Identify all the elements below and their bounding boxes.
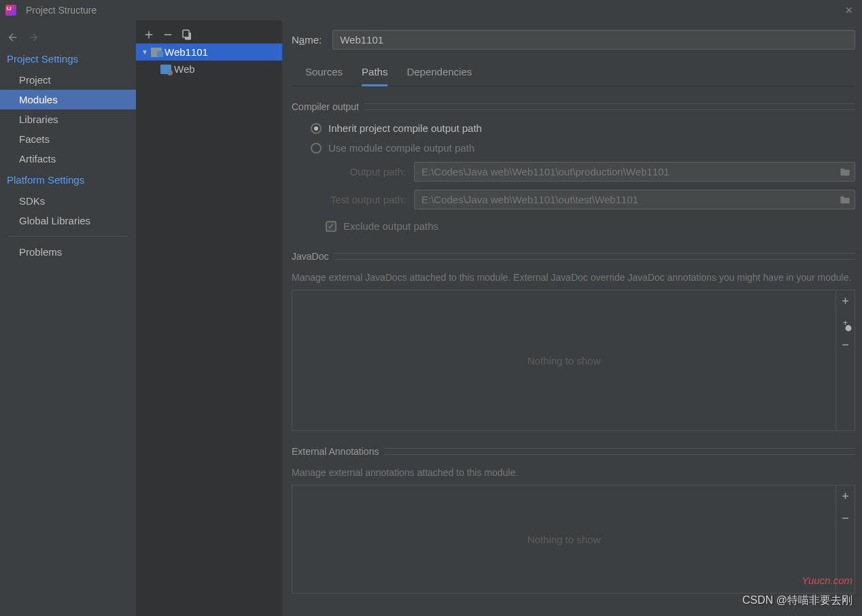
add-icon[interactable] xyxy=(143,29,155,41)
radio-module[interactable]: Use module compile output path xyxy=(292,138,855,158)
back-icon[interactable] xyxy=(7,31,19,44)
nav-facets[interactable]: Facets xyxy=(0,129,136,149)
remove-icon[interactable]: − xyxy=(836,334,855,356)
compiler-section: Compiler output xyxy=(292,86,855,110)
name-label: Name: xyxy=(292,34,322,46)
annotations-desc: Manage external annotations attached to … xyxy=(292,463,855,482)
browse-icon[interactable] xyxy=(835,190,855,209)
exclude-checkbox-row[interactable]: Exclude output paths xyxy=(292,213,855,236)
svg-rect-1 xyxy=(183,30,189,37)
annotations-section: External Annotations xyxy=(292,431,855,455)
output-path-input[interactable] xyxy=(415,162,835,181)
tab-dependencies[interactable]: Dependencies xyxy=(407,62,472,86)
copy-icon[interactable] xyxy=(181,29,193,41)
tab-sources[interactable]: Sources xyxy=(305,62,343,86)
javadoc-desc: Manage external JavaDocs attached to thi… xyxy=(292,268,855,287)
tree-facet-label: Web xyxy=(174,63,195,75)
empty-text: Nothing to show xyxy=(292,485,835,593)
nav-problems[interactable]: Problems xyxy=(0,242,136,262)
nav-project[interactable]: Project xyxy=(0,70,136,90)
nav-sdks[interactable]: SDKs xyxy=(0,191,136,211)
sidebar: Project Settings Project Modules Librari… xyxy=(0,20,136,616)
add-url-icon[interactable]: +⬤ xyxy=(836,312,855,334)
section-platform-settings: Platform Settings xyxy=(0,169,136,191)
empty-text: Nothing to show xyxy=(292,290,835,430)
tree-facet[interactable]: Web xyxy=(136,61,282,78)
browse-icon[interactable] xyxy=(835,162,855,181)
nav-global-libraries[interactable]: Global Libraries xyxy=(0,211,136,230)
remove-icon[interactable]: − xyxy=(836,507,855,529)
forward-icon xyxy=(27,31,39,44)
javadoc-list: Nothing to show + +⬤ − xyxy=(292,290,855,431)
titlebar: Project Structure × xyxy=(0,0,862,20)
web-icon xyxy=(160,65,171,74)
tree-module-label: Web1101 xyxy=(165,46,208,58)
add-icon[interactable]: + xyxy=(836,485,855,507)
tree-module[interactable]: ▼ Web1101 xyxy=(136,44,282,61)
annotations-list: Nothing to show + − xyxy=(292,485,855,594)
javadoc-section: JavaDoc xyxy=(292,236,855,260)
output-label: Output path: xyxy=(311,166,406,177)
nav-modules[interactable]: Modules xyxy=(0,90,136,109)
nav-libraries[interactable]: Libraries xyxy=(0,109,136,129)
app-icon xyxy=(5,5,16,16)
window-title: Project Structure xyxy=(26,5,97,16)
nav-artifacts[interactable]: Artifacts xyxy=(0,149,136,169)
content: Name: Sources Paths Dependencies Compile… xyxy=(282,20,862,616)
tab-paths[interactable]: Paths xyxy=(362,62,387,86)
module-icon xyxy=(151,48,162,57)
remove-icon[interactable] xyxy=(162,29,174,41)
test-output-path-input[interactable] xyxy=(415,190,835,209)
section-project-settings: Project Settings xyxy=(0,48,136,70)
close-icon[interactable]: × xyxy=(841,3,857,18)
checkbox-icon[interactable] xyxy=(326,221,337,232)
name-input[interactable] xyxy=(332,30,855,50)
tabs: Sources Paths Dependencies xyxy=(292,62,855,86)
radio-icon[interactable] xyxy=(311,143,322,154)
watermark: Yuucn.com xyxy=(802,575,852,586)
separator xyxy=(8,236,128,237)
watermark: CSDN @特喵非要去刚 xyxy=(742,594,852,608)
radio-inherit[interactable]: Inherit project compile output path xyxy=(292,118,855,138)
radio-icon[interactable] xyxy=(311,123,322,134)
expand-icon[interactable]: ▼ xyxy=(141,48,148,56)
module-tree: ▼ Web1101 Web xyxy=(136,20,282,616)
add-icon[interactable]: + xyxy=(836,290,855,312)
test-output-label: Test output path: xyxy=(311,194,406,205)
